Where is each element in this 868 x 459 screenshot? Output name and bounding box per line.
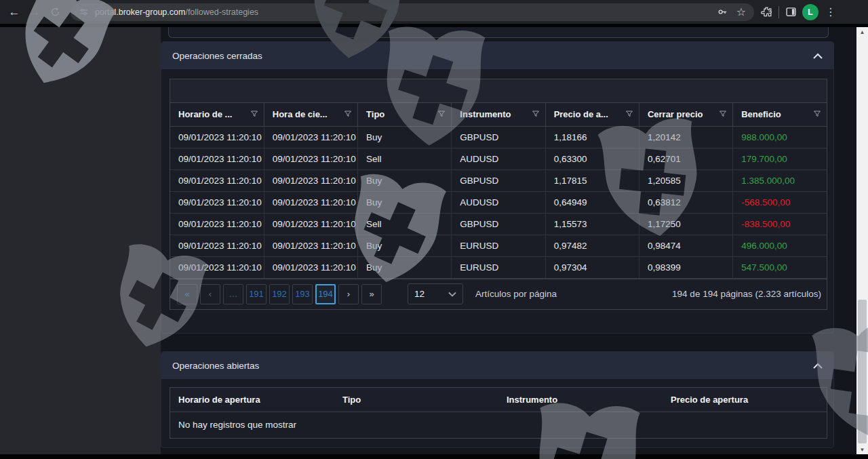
chrome-separator: [778, 6, 779, 18]
filter-icon[interactable]: [250, 110, 258, 118]
open-operations-grid: Horario de aperturaTipoInstrumentoPrecio…: [170, 387, 827, 439]
cell-open-time: 09/01/2023 11:20:10: [170, 191, 264, 213]
cell-profit: 547.500,00: [733, 256, 827, 278]
grid-toolbar: [170, 79, 827, 103]
column-header[interactable]: Beneficio: [733, 103, 827, 126]
cell-close-price: 0,98399: [639, 256, 732, 278]
table-row[interactable]: 09/01/2023 11:20:10 09/01/2023 11:20:10 …: [170, 169, 827, 191]
collapse-chevron-icon[interactable]: [813, 49, 823, 62]
password-key-icon[interactable]: [717, 6, 728, 18]
collapsed-panel-remnant: [168, 27, 829, 38]
table-row[interactable]: 09/01/2023 11:20:10 09/01/2023 11:20:10 …: [170, 235, 827, 256]
page-size-value: 12: [414, 289, 425, 299]
previous-page-button[interactable]: ‹: [200, 284, 220, 304]
open-column-header: Precio de apertura: [663, 388, 827, 412]
table-row[interactable]: 09/01/2023 11:20:10 09/01/2023 11:20:10 …: [170, 213, 827, 235]
last-page-button[interactable]: »: [361, 284, 382, 304]
table-row[interactable]: 09/01/2023 11:20:10 09/01/2023 11:20:10 …: [170, 256, 827, 278]
cell-open-time: 09/01/2023 11:20:10: [170, 126, 264, 148]
browser-menu-icon[interactable]: ⋮: [824, 5, 837, 18]
cell-instrument: EURUSD: [452, 235, 545, 256]
table-row[interactable]: 09/01/2023 11:20:10 09/01/2023 11:20:10 …: [170, 148, 827, 169]
empty-row: No hay registros que mostrar: [170, 412, 827, 438]
cell-profit: -838.500,00: [733, 213, 827, 235]
column-header[interactable]: Tipo: [358, 103, 452, 126]
cell-type: Sell: [358, 213, 452, 235]
pagination-summary: 194 de 194 páginas (2.323 artículos): [672, 289, 821, 299]
cell-close-time: 09/01/2023 11:20:10: [264, 235, 357, 256]
filter-icon[interactable]: [437, 110, 446, 118]
back-button[interactable]: ←: [4, 3, 24, 22]
cell-instrument: GBPUSD: [452, 169, 545, 191]
cell-open-time: 09/01/2023 11:20:10: [170, 213, 264, 235]
filter-icon[interactable]: [532, 110, 540, 118]
filter-icon[interactable]: [813, 110, 821, 118]
cell-close-price: 1,20585: [639, 169, 732, 191]
cell-open-price: 0,97482: [545, 235, 639, 256]
column-header[interactable]: Precio de a...: [545, 103, 639, 126]
filter-icon[interactable]: [344, 110, 352, 118]
cell-close-time: 09/01/2023 11:20:10: [264, 213, 357, 235]
cell-open-time: 09/01/2023 11:20:10: [170, 148, 264, 169]
cell-type: Buy: [358, 126, 452, 148]
filter-icon[interactable]: [625, 110, 633, 118]
closed-table-body: 09/01/2023 11:20:10 09/01/2023 11:20:10 …: [170, 126, 827, 278]
page-size-select[interactable]: 12: [408, 283, 463, 304]
left-sidebar: [0, 27, 161, 454]
bookmark-star-icon[interactable]: ☆: [736, 5, 746, 18]
next-page-button[interactable]: ›: [338, 284, 359, 304]
pagination-bar: « ‹ … 191192193194 › » 12 Artículos por …: [170, 279, 827, 309]
open-column-header: Tipo: [334, 388, 498, 412]
cell-close-time: 09/01/2023 11:20:10: [264, 256, 357, 278]
open-operations-title: Operaciones abiertas: [172, 361, 259, 371]
closed-operations-title: Operaciones cerradas: [172, 51, 262, 61]
cell-open-price: 1,15573: [545, 213, 639, 235]
page-button-191[interactable]: 191: [246, 284, 267, 304]
cell-type: Buy: [358, 169, 452, 191]
cell-close-price: 1,17250: [639, 213, 732, 235]
cell-profit: 1.385.000,00: [733, 169, 827, 191]
refresh-button[interactable]: [45, 3, 65, 22]
open-column-header: Instrumento: [498, 388, 663, 412]
cell-instrument: EURUSD: [452, 256, 545, 278]
url-bar[interactable]: portal.broker-group.com/followed-strateg…: [71, 3, 754, 21]
scroll-down-arrow[interactable]: ▼: [856, 445, 868, 454]
scrollbar-thumb[interactable]: [858, 300, 867, 443]
closed-operations-header[interactable]: Operaciones cerradas: [161, 42, 833, 69]
page-button-193[interactable]: 193: [292, 284, 313, 304]
column-header[interactable]: Horario de ...: [170, 103, 264, 126]
browser-chrome: ← → portal.broker-group.com/followed-str…: [0, 0, 868, 24]
page-button-194[interactable]: 194: [315, 284, 336, 304]
extensions-icon[interactable]: [761, 6, 772, 18]
site-info-icon[interactable]: [79, 7, 89, 17]
page-scrollbar[interactable]: ▲ ▼: [856, 27, 868, 454]
open-operations-header[interactable]: Operaciones abiertas: [161, 352, 833, 379]
scroll-up-arrow[interactable]: ▲: [856, 27, 868, 37]
cell-close-time: 09/01/2023 11:20:10: [264, 191, 357, 213]
side-panel-icon[interactable]: [785, 6, 797, 18]
cell-instrument: GBPUSD: [452, 213, 545, 235]
cell-open-time: 09/01/2023 11:20:10: [170, 256, 264, 278]
table-row[interactable]: 09/01/2023 11:20:10 09/01/2023 11:20:10 …: [170, 191, 827, 213]
column-header[interactable]: Hora de cie...: [264, 103, 357, 126]
closed-operations-panel: Operaciones cerradas Horario de ... Hora…: [161, 41, 834, 334]
cell-open-time: 09/01/2023 11:20:10: [170, 235, 264, 256]
profile-avatar[interactable]: L: [802, 4, 818, 20]
cell-profit: 496.000,00: [733, 235, 827, 256]
cell-open-price: 0,97304: [545, 256, 639, 278]
chevron-down-icon: [448, 289, 456, 299]
collapse-chevron-icon[interactable]: [813, 359, 823, 372]
first-page-button[interactable]: «: [177, 284, 197, 304]
column-header[interactable]: Instrumento: [452, 103, 545, 126]
cell-open-price: 1,17815: [545, 169, 639, 191]
forward-button[interactable]: →: [24, 3, 45, 22]
filter-icon[interactable]: [719, 110, 727, 118]
cell-open-time: 09/01/2023 11:20:10: [170, 169, 264, 191]
main-content: Operaciones cerradas Horario de ... Hora…: [161, 27, 856, 454]
ellipsis-page-button[interactable]: …: [223, 284, 243, 304]
cell-close-time: 09/01/2023 11:20:10: [264, 169, 357, 191]
column-header[interactable]: Cerrar precio: [639, 103, 732, 126]
page-button-192[interactable]: 192: [269, 284, 290, 304]
closed-operations-table: Horario de ... Hora de cie... Tipo Instr…: [170, 103, 827, 279]
table-row[interactable]: 09/01/2023 11:20:10 09/01/2023 11:20:10 …: [170, 126, 827, 148]
